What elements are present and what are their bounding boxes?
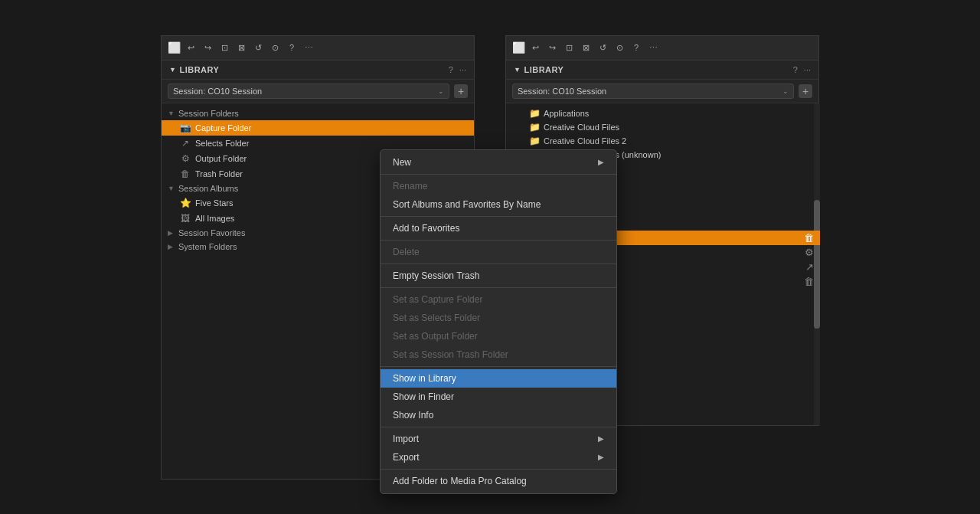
- right-list-icon[interactable]: ⊠: [580, 41, 592, 54]
- right-undo-icon[interactable]: ↩: [529, 41, 541, 54]
- right-session-add-button[interactable]: +: [799, 84, 812, 98]
- menu-item-sort-label: Sort Albums and Favorites By Name: [393, 199, 541, 210]
- redo-icon[interactable]: ↪: [201, 41, 214, 54]
- right-more-icon[interactable]: ⋯: [647, 41, 659, 54]
- selects-folder-item[interactable]: ↗ Selects Folder: [162, 136, 474, 151]
- menu-item-new-label: New: [393, 157, 411, 168]
- menu-separator-3: [381, 240, 616, 241]
- right-library-title: ▼ LIBRARY: [514, 65, 564, 74]
- left-library-title: ▼ LIBRARY: [169, 65, 219, 74]
- undo-icon[interactable]: ↩: [185, 41, 197, 54]
- trash-badge: 🗑: [804, 276, 814, 287]
- main-container: ⬜ ↩ ↪ ⊡ ⊠ ↺ ⊙ ? ⋯ ▼ LIBRARY ? ··· Sessio…: [145, 20, 835, 495]
- right-session-selector: Session: CO10 Session ⌄ +: [506, 80, 818, 103]
- menu-item-add-catalog[interactable]: Add Folder to Media Pro Catalog: [381, 472, 616, 490]
- menu-item-delete-label: Delete: [393, 247, 420, 257]
- applications-label: Applications: [544, 109, 814, 118]
- menu-separator-8: [381, 469, 616, 470]
- menu-item-set-trash-label: Set as Session Trash Folder: [393, 349, 508, 360]
- list-icon[interactable]: ⊠: [235, 41, 247, 54]
- capture-badge: 🗑: [804, 232, 814, 244]
- refresh-icon[interactable]: ↺: [252, 41, 264, 54]
- selects-folder-icon: ↗: [180, 138, 191, 149]
- menu-separator-5: [381, 287, 616, 288]
- menu-item-new[interactable]: New ▶: [381, 153, 616, 172]
- output-folder-label: Output Folder: [195, 154, 247, 163]
- all-images-label: All Images: [195, 214, 234, 223]
- left-session-add-button[interactable]: +: [454, 84, 468, 98]
- right-more-link[interactable]: ···: [804, 65, 811, 74]
- menu-item-empty-trash-label: Empty Session Trash: [393, 270, 479, 281]
- left-panel: ⬜ ↩ ↪ ⊡ ⊠ ↺ ⊙ ? ⋯ ▼ LIBRARY ? ··· Sessio…: [161, 35, 475, 480]
- left-help-link[interactable]: ?: [449, 65, 453, 74]
- menu-item-import-label: Import: [393, 434, 419, 444]
- chevron-down-icon: ▼: [169, 66, 176, 74]
- session-albums-chevron: ▼: [168, 185, 175, 192]
- left-session-dropdown[interactable]: Session: CO10 Session ⌄: [168, 83, 449, 99]
- session-favorites-chevron: ▶: [168, 229, 175, 237]
- menu-item-import[interactable]: Import ▶: [381, 430, 616, 448]
- session-folders-chevron: ▼: [168, 110, 175, 117]
- menu-item-delete: Delete: [381, 243, 616, 261]
- right-refresh-icon[interactable]: ↺: [596, 41, 609, 54]
- right-folder-icon: ⬜: [512, 41, 524, 54]
- left-toolbar: ⬜ ↩ ↪ ⊡ ⊠ ↺ ⊙ ? ⋯: [162, 36, 474, 61]
- selects-folder-label: Selects Folder: [195, 139, 249, 148]
- left-more-link[interactable]: ···: [459, 65, 466, 74]
- menu-item-show-info[interactable]: Show Info: [381, 406, 616, 424]
- right-chevron-down-icon: ▼: [514, 66, 521, 74]
- system-folders-chevron: ▶: [168, 243, 175, 250]
- right-toolbar: ⬜ ↩ ↪ ⊡ ⊠ ↺ ⊙ ? ⋯: [506, 36, 818, 61]
- five-stars-icon: ⭐: [180, 198, 191, 208]
- applications-folder-icon: 📁: [529, 108, 541, 119]
- right-session-dropdown[interactable]: Session: CO10 Session ⌄: [512, 83, 794, 99]
- menu-item-set-capture: Set as Capture Folder: [381, 290, 616, 309]
- creative-cloud-label: Creative Cloud Files: [544, 123, 814, 132]
- all-images-icon: 🖼: [180, 213, 191, 224]
- session-folders-label: Session Folders: [178, 109, 239, 118]
- right-library-actions: ? ···: [793, 65, 811, 74]
- creative-cloud2-item[interactable]: 📁 Creative Cloud Files 2: [506, 134, 820, 148]
- system-folders-label: System Folders: [178, 242, 237, 251]
- capture-folder-label: Capture Folder: [195, 123, 251, 133]
- capture-folder-item[interactable]: 📷 Capture Folder: [162, 120, 474, 136]
- menu-item-set-trash: Set as Session Trash Folder: [381, 345, 616, 364]
- menu-item-empty-trash[interactable]: Empty Session Trash: [381, 267, 616, 285]
- menu-separator-4: [381, 264, 616, 264]
- help-icon[interactable]: ?: [286, 41, 298, 54]
- right-info-icon[interactable]: ⊙: [613, 41, 626, 54]
- right-help-icon[interactable]: ?: [630, 41, 642, 54]
- menu-item-add-catalog-label: Add Folder to Media Pro Catalog: [393, 476, 527, 486]
- applications-item[interactable]: 📁 Applications: [506, 106, 820, 120]
- menu-item-show-info-label: Show Info: [393, 410, 433, 421]
- session-albums-label: Session Albums: [178, 184, 238, 193]
- selects-badge: ↗: [805, 261, 814, 273]
- right-grid-icon[interactable]: ⊡: [563, 41, 575, 54]
- creative-cloud-icon: 📁: [529, 122, 541, 133]
- menu-separator-1: [381, 174, 616, 175]
- menu-item-new-arrow: ▶: [598, 158, 604, 166]
- menu-item-sort[interactable]: Sort Albums and Favorites By Name: [381, 195, 616, 214]
- menu-item-set-output-label: Set as Output Folder: [393, 331, 478, 342]
- menu-item-export[interactable]: Export ▶: [381, 448, 616, 467]
- menu-item-rename-label: Rename: [393, 181, 427, 192]
- creative-cloud2-icon: 📁: [529, 136, 541, 146]
- menu-item-show-finder[interactable]: Show in Finder: [381, 388, 616, 406]
- more-icon[interactable]: ⋯: [302, 41, 315, 54]
- menu-item-show-library[interactable]: Show in Library: [381, 369, 616, 388]
- grid-icon[interactable]: ⊡: [218, 41, 230, 54]
- menu-item-favorites[interactable]: Add to Favorites: [381, 219, 616, 237]
- menu-item-rename: Rename: [381, 177, 616, 195]
- menu-item-show-library-label: Show in Library: [393, 373, 456, 384]
- menu-item-set-selects-label: Set as Selects Folder: [393, 313, 480, 323]
- info-icon[interactable]: ⊙: [269, 41, 281, 54]
- output-folder-icon: ⚙: [180, 153, 191, 164]
- right-help-link[interactable]: ?: [793, 65, 798, 74]
- session-folders-header[interactable]: ▼ Session Folders: [162, 106, 474, 120]
- capture-folder-icon: 📷: [180, 123, 191, 133]
- left-library-actions: ? ···: [449, 65, 466, 74]
- right-redo-icon[interactable]: ↪: [546, 41, 558, 54]
- left-library-header: ▼ LIBRARY ? ···: [162, 61, 474, 80]
- creative-cloud-item[interactable]: 📁 Creative Cloud Files: [506, 120, 820, 134]
- folder-icon: ⬜: [168, 41, 180, 54]
